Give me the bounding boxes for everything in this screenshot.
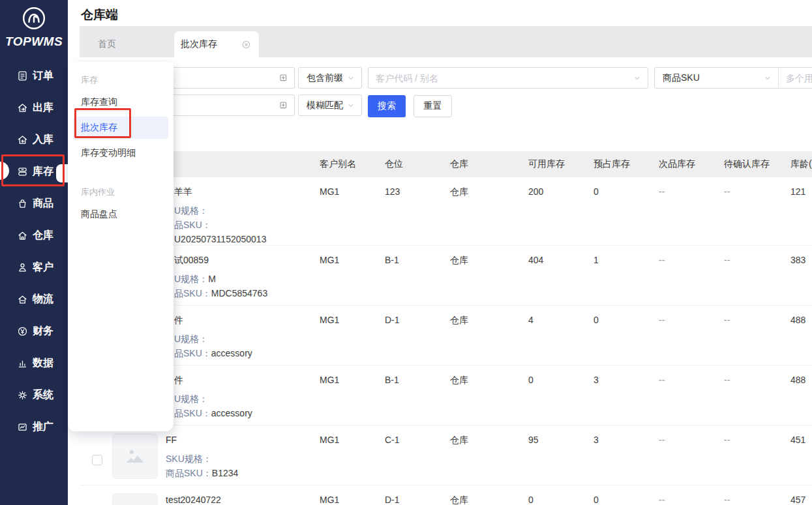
- cell-customer-alias: MG1: [307, 366, 372, 387]
- product-sku-line: 品SKU：accessory: [174, 406, 307, 420]
- sidebar-item-label: 仓库: [33, 229, 53, 242]
- tab-close-icon[interactable]: [241, 40, 251, 50]
- column-header: 仓库: [437, 158, 515, 170]
- cell-pending-stock: --: [711, 246, 779, 267]
- sidebar-item-logistics[interactable]: 物流: [0, 283, 68, 315]
- product-name: FF: [166, 433, 307, 447]
- sku-field-select-value: 商品SKU: [655, 72, 760, 84]
- sidebar: TOPWMS 订单出库入库库存商品仓库客户物流财务数据系统推广: [0, 0, 68, 505]
- sidebar-item-label: 财务: [33, 325, 53, 338]
- product-sku-line: 品SKU：accessory: [174, 346, 307, 360]
- product-name: 试00859: [174, 253, 307, 267]
- submenu-item-active[interactable]: 批次库存: [73, 117, 168, 139]
- product-name: 件: [174, 373, 307, 387]
- sidebar-item-products[interactable]: 商品: [0, 188, 68, 220]
- column-header: 预占库存: [580, 158, 646, 170]
- cell-defective-stock: --: [646, 485, 711, 505]
- submenu-item[interactable]: 库存查询: [73, 92, 168, 113]
- table-row: FFSKU规格：商品SKU：B1234MG1C-1仓库953----451: [81, 426, 812, 485]
- column-header: 库龄(: [779, 158, 812, 170]
- cell-product: FFSKU规格：商品SKU：B1234: [163, 426, 307, 480]
- product-sku-line: U规格：M: [174, 272, 307, 286]
- cell-stock-age: 451: [779, 426, 812, 447]
- sidebar-item-outbound[interactable]: 出库: [0, 92, 68, 124]
- cell-image: [104, 485, 163, 505]
- promotion-icon: [17, 422, 28, 433]
- tab-home-label: 首页: [98, 38, 116, 50]
- cell-reserved-stock: 0: [580, 306, 646, 327]
- cell-bin: B-1: [372, 246, 437, 267]
- cell-defective-stock: --: [646, 177, 711, 199]
- customer-code-select[interactable]: [368, 67, 648, 89]
- cell-bin: D-1: [372, 485, 437, 505]
- reset-button[interactable]: 重置: [414, 95, 452, 117]
- sidebar-item-label: 系统: [33, 388, 53, 402]
- column-header: 次品库存: [646, 158, 711, 170]
- table-row: 件U规格：品SKU：accessoryMG1D-1仓库40----488: [81, 306, 812, 366]
- search-button[interactable]: 搜索: [368, 95, 406, 117]
- cell-warehouse: 仓库: [437, 177, 515, 199]
- sidebar-item-promotion[interactable]: 推广: [0, 411, 68, 443]
- sidebar-item-orders[interactable]: 订单: [0, 60, 68, 92]
- logistics-icon: [17, 294, 28, 305]
- cell-reserved-stock: 3: [580, 426, 646, 447]
- logo[interactable]: TOPWMS: [0, 5, 68, 49]
- sidebar-item-label: 订单: [33, 69, 53, 83]
- match-mode-select-prefix[interactable]: 包含前缀: [298, 67, 362, 89]
- sidebar-item-label: 出库: [33, 101, 53, 115]
- sku-value-input[interactable]: [778, 67, 812, 89]
- match-mode-select-prefix-value: 包含前缀: [299, 72, 343, 84]
- sidebar-item-data[interactable]: 数据: [0, 347, 68, 379]
- customer-code-input[interactable]: [368, 68, 629, 88]
- sidebar-item-system[interactable]: 系统: [0, 379, 68, 411]
- topwms-logo-icon: [21, 5, 47, 31]
- page-title: 仓库端: [81, 7, 118, 23]
- product-sku-line: U规格：: [174, 332, 307, 346]
- cell-pending-stock: --: [711, 366, 779, 387]
- submenu-item[interactable]: 商品盘点: [73, 204, 168, 225]
- sidebar-item-label: 推广: [33, 420, 53, 434]
- sidebar-item-customers[interactable]: 客户: [0, 252, 68, 283]
- batch-input-icon[interactable]: [278, 73, 288, 83]
- finance-icon: [17, 326, 28, 337]
- cell-available-stock: 200: [515, 177, 580, 199]
- submenu-item[interactable]: 库存变动明细: [73, 143, 168, 164]
- chevron-down-icon: [347, 74, 355, 82]
- sidebar-item-label: 商品: [33, 197, 53, 210]
- sidebar-item-label: 物流: [33, 293, 53, 306]
- product-sku-line: 商品SKU：B1234: [166, 466, 307, 480]
- cell-customer-alias: MG1: [307, 177, 372, 199]
- product-icon: [17, 198, 28, 209]
- cell-customer-alias: MG1: [307, 246, 372, 267]
- cell-warehouse: 仓库: [437, 485, 515, 505]
- cell-available-stock: 404: [515, 246, 580, 267]
- sidebar-item-label: 客户: [33, 261, 53, 274]
- row-checkbox[interactable]: [92, 455, 102, 465]
- cell-available-stock: 0: [515, 485, 580, 505]
- product-sku-line: 品SKU：: [174, 218, 307, 232]
- cell-checkbox: [81, 426, 104, 465]
- sku-field-select[interactable]: 商品SKU: [654, 67, 779, 89]
- batch-input-icon[interactable]: [278, 100, 288, 110]
- tab-batch-inventory[interactable]: 批次库存: [174, 31, 259, 57]
- cell-pending-stock: --: [711, 177, 779, 199]
- table-row: test20240722SKU规格：商品SKU：MG1D-1仓库00----45…: [81, 485, 812, 505]
- cell-bin: C-1: [372, 426, 437, 447]
- cell-image: [104, 426, 163, 479]
- cell-product: 件U规格：品SKU：accessory: [163, 366, 307, 420]
- cell-stock-age: 488: [779, 306, 812, 327]
- sidebar-item-warehouse[interactable]: 仓库: [0, 220, 68, 252]
- cell-reserved-stock: 1: [580, 246, 646, 267]
- sidebar-item-finance[interactable]: 财务: [0, 315, 68, 347]
- sku-value-input-field[interactable]: [779, 68, 812, 88]
- table-header-row: 客户别名仓位仓库可用库存预占库存次品库存待确认库存库龄(: [81, 151, 812, 177]
- sidebar-item-inbound[interactable]: 入库: [0, 124, 68, 156]
- image-placeholder-icon: [125, 447, 145, 466]
- product-image-placeholder: [112, 433, 158, 479]
- tab-home[interactable]: 首页: [80, 31, 174, 57]
- cell-reserved-stock: 0: [580, 485, 646, 505]
- cell-stock-age: 121: [779, 177, 812, 199]
- match-mode-select-fuzzy[interactable]: 模糊匹配: [298, 94, 362, 116]
- tab-bar: 首页 批次库存: [80, 26, 812, 57]
- cell-customer-alias: MG1: [307, 426, 372, 447]
